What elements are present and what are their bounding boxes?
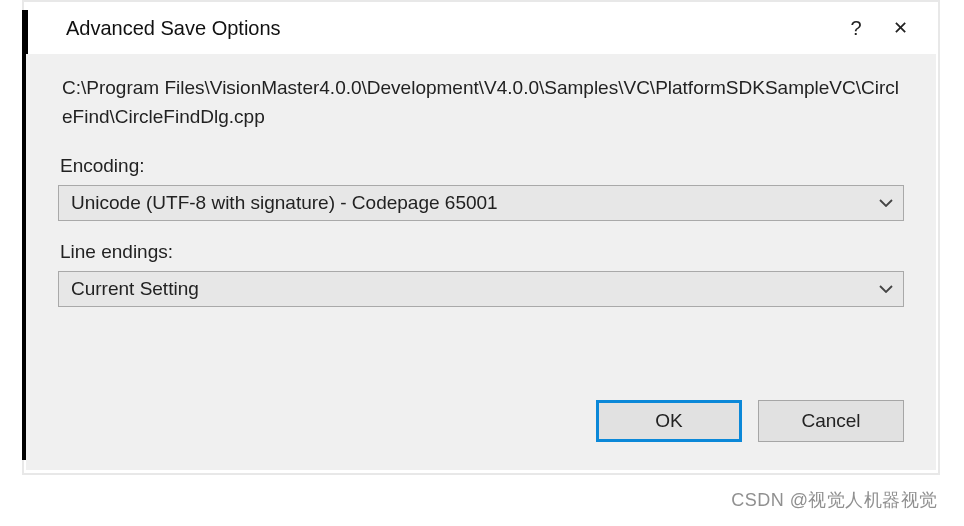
ok-button[interactable]: OK	[596, 400, 742, 442]
encoding-dropdown[interactable]: Unicode (UTF-8 with signature) - Codepag…	[58, 185, 904, 221]
watermark: CSDN @视觉人机器视觉	[731, 488, 938, 512]
line-endings-value: Current Setting	[59, 278, 869, 300]
help-icon[interactable]: ?	[834, 17, 878, 40]
line-endings-dropdown[interactable]: Current Setting	[58, 271, 904, 307]
close-icon[interactable]: ✕	[878, 17, 922, 39]
dialog-client-area: C:\Program Files\VisionMaster4.0.0\Devel…	[26, 54, 936, 470]
line-endings-label: Line endings:	[58, 241, 904, 263]
cancel-button[interactable]: Cancel	[758, 400, 904, 442]
button-row: OK Cancel	[596, 400, 904, 442]
encoding-label: Encoding:	[58, 155, 904, 177]
dialog-window: Advanced Save Options ? ✕ C:\Program Fil…	[22, 0, 940, 475]
encoding-value: Unicode (UTF-8 with signature) - Codepag…	[59, 192, 869, 214]
window-title: Advanced Save Options	[66, 17, 834, 40]
chevron-down-icon	[869, 272, 903, 306]
titlebar: Advanced Save Options ? ✕	[24, 2, 938, 54]
chevron-down-icon	[869, 186, 903, 220]
file-path: C:\Program Files\VisionMaster4.0.0\Devel…	[58, 74, 904, 131]
